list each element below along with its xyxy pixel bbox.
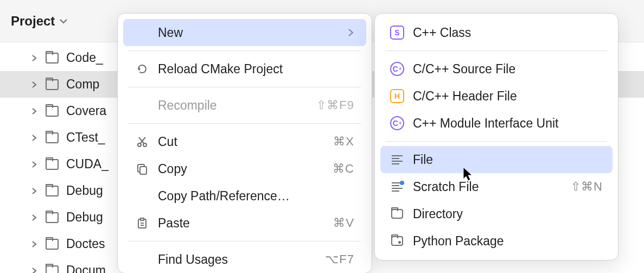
tree-item-label: Comp <box>66 77 99 92</box>
menu-separator <box>386 50 607 51</box>
chevron-right-icon <box>30 107 38 115</box>
menu-item-recompile: Recompile⇧⌘F9 <box>123 92 366 119</box>
copy-icon <box>135 162 149 176</box>
chevron-right-icon <box>30 161 38 168</box>
cut-icon <box>135 135 149 149</box>
menu-item-reload-cmake-project[interactable]: Reload CMake Project <box>123 55 366 82</box>
menu-separator <box>129 50 361 51</box>
tree-item-label: Doctes <box>66 237 105 251</box>
chevron-right-icon <box>348 28 354 37</box>
paste-icon <box>135 216 149 230</box>
submenu-item-directory[interactable]: Directory <box>380 200 613 227</box>
blank-icon <box>135 189 149 203</box>
new-submenu[interactable]: SC++ ClassC+C/C++ Source FileHC/C++ Head… <box>374 13 619 261</box>
folder-icon <box>46 186 59 196</box>
submenu-item-c-module-interface-unit[interactable]: C+C++ Module Interface Unit <box>380 110 613 137</box>
submenu-item-python-package[interactable]: Python Package <box>380 227 613 255</box>
menu-item-label: Paste <box>158 216 324 231</box>
submenu-item-c-c-header-file[interactable]: HC/C++ Header File <box>380 82 613 110</box>
tree-item-label: CUDA_ <box>66 157 109 172</box>
menu-item-label: Recompile <box>158 98 308 113</box>
submenu-item-label: File <box>413 153 603 167</box>
menu-separator <box>129 123 361 124</box>
context-menu[interactable]: NewReload CMake ProjectRecompile⇧⌘F9Cut⌘… <box>117 13 372 273</box>
tree-item-label: Debug <box>66 210 103 225</box>
dir-icon <box>390 207 404 221</box>
tree-item-label: Docum <box>66 263 106 273</box>
folder-icon <box>46 79 59 90</box>
submenu-item-label: C/C++ Source File <box>413 62 603 77</box>
submenu-item-label: C/C++ Header File <box>413 89 603 104</box>
chevron-right-icon <box>30 81 38 88</box>
folder-icon <box>46 265 59 274</box>
menu-separator <box>129 241 361 242</box>
folder-icon <box>46 132 59 143</box>
lines-icon <box>390 153 404 167</box>
menu-item-label: Copy Path/Reference… <box>158 189 354 204</box>
h-icon: H <box>390 89 404 103</box>
chevron-down-icon <box>59 17 68 26</box>
submenu-item-shortcut: ⇧⌘N <box>571 180 603 194</box>
chevron-right-icon <box>30 187 38 195</box>
dir-dot-icon <box>390 234 404 248</box>
chevron-right-icon <box>30 134 38 142</box>
menu-item-label: Cut <box>158 135 324 149</box>
menu-item-shortcut: ⌘X <box>333 135 354 149</box>
menu-item-label: New <box>158 26 339 40</box>
menu-item-find-usages[interactable]: Find Usages⌥F7 <box>123 246 366 273</box>
menu-separator <box>129 87 361 87</box>
menu-item-copy-path-reference[interactable]: Copy Path/Reference… <box>123 182 366 209</box>
submenu-item-c-class[interactable]: SC++ Class <box>380 19 613 46</box>
submenu-item-c-c-source-file[interactable]: C+C/C++ Source File <box>380 55 613 82</box>
menu-item-shortcut: ⌘V <box>333 216 354 230</box>
tree-item-label: Debug <box>66 183 103 198</box>
menu-item-cut[interactable]: Cut⌘X <box>123 128 366 155</box>
reload-icon <box>135 62 149 76</box>
folder-icon <box>46 212 59 223</box>
chevron-right-icon <box>30 240 38 248</box>
submenu-item-label: Directory <box>413 207 603 221</box>
submenu-item-label: Python Package <box>413 234 603 249</box>
menu-item-shortcut: ⌘C <box>333 162 354 176</box>
tree-item-label: Code_ <box>66 50 103 65</box>
menu-item-shortcut: ⇧⌘F9 <box>316 98 354 112</box>
menu-separator <box>386 141 607 142</box>
svg-rect-6 <box>140 167 146 174</box>
tree-item-label: Covera <box>66 104 106 118</box>
tree-item-label: CTest_ <box>66 130 105 145</box>
menu-item-label: Copy <box>158 162 324 176</box>
lines-dot-icon <box>390 180 404 194</box>
submenu-item-label: C++ Module Interface Unit <box>413 116 603 131</box>
submenu-item-file[interactable]: File <box>380 146 613 173</box>
cplus-icon: C+ <box>390 116 404 130</box>
submenu-item-scratch-file[interactable]: Scratch File⇧⌘N <box>380 173 613 200</box>
blank-icon <box>135 252 149 266</box>
cplus-icon: C+ <box>390 62 404 76</box>
blank-icon <box>135 26 149 40</box>
folder-icon <box>46 106 59 117</box>
blank-icon <box>135 98 149 112</box>
svg-rect-8 <box>141 218 144 220</box>
folder-icon <box>46 53 59 64</box>
folder-icon <box>46 159 59 170</box>
menu-item-new[interactable]: New <box>123 19 366 46</box>
menu-item-label: Find Usages <box>158 252 316 267</box>
chevron-right-icon <box>30 267 38 274</box>
folder-icon <box>46 239 59 250</box>
menu-item-shortcut: ⌥F7 <box>325 252 354 266</box>
submenu-item-label: Scratch File <box>413 180 562 194</box>
class-icon: S <box>390 26 404 40</box>
chevron-right-icon <box>30 54 38 62</box>
chevron-right-icon <box>30 214 38 221</box>
menu-item-paste[interactable]: Paste⌘V <box>123 209 366 237</box>
sidebar-title: Project <box>11 14 55 29</box>
menu-item-copy[interactable]: Copy⌘C <box>123 155 366 182</box>
menu-item-label: Reload CMake Project <box>158 62 354 77</box>
submenu-item-label: C++ Class <box>413 26 603 40</box>
